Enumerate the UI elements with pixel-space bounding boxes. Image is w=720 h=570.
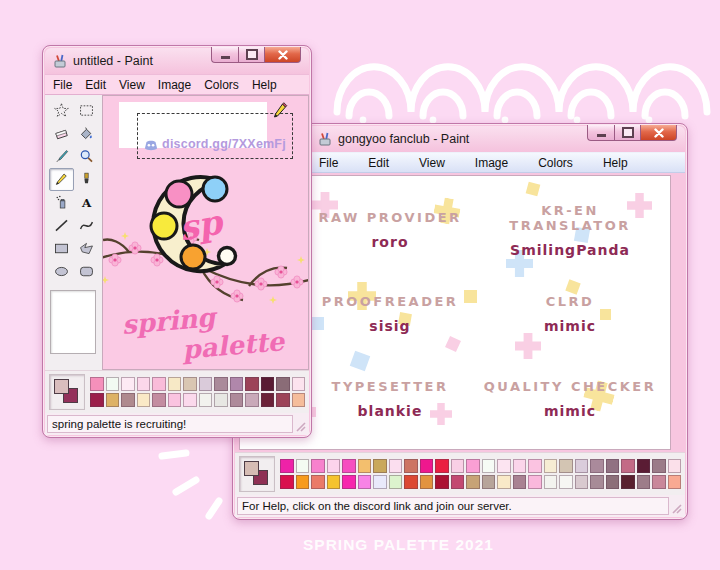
menu-item-edit[interactable]: Edit xyxy=(368,156,389,170)
color-swatch[interactable] xyxy=(106,377,120,391)
color-swatch[interactable] xyxy=(373,475,387,489)
color-swatch[interactable] xyxy=(482,475,496,489)
color-swatch[interactable] xyxy=(389,459,403,473)
color-swatch[interactable] xyxy=(280,475,294,489)
tool-rounded-rectangle[interactable] xyxy=(74,260,99,283)
tool-rectangle[interactable] xyxy=(49,237,74,260)
color-swatch[interactable] xyxy=(121,393,135,407)
color-swatch[interactable] xyxy=(637,475,651,489)
color-swatch[interactable] xyxy=(513,475,527,489)
menu-item-view[interactable]: View xyxy=(119,78,145,92)
color-swatch[interactable] xyxy=(342,475,356,489)
menu-item-image[interactable]: Image xyxy=(475,156,508,170)
maximize-button[interactable] xyxy=(614,125,641,141)
color-swatch[interactable] xyxy=(544,459,558,473)
color-swatch[interactable] xyxy=(482,459,496,473)
color-swatch[interactable] xyxy=(292,377,306,391)
color-swatch[interactable] xyxy=(528,459,542,473)
color-swatch[interactable] xyxy=(575,475,589,489)
color-swatch[interactable] xyxy=(358,475,372,489)
color-swatch[interactable] xyxy=(497,475,511,489)
menu-item-view[interactable]: View xyxy=(419,156,445,170)
color-swatch[interactable] xyxy=(435,475,449,489)
tool-ellipse[interactable] xyxy=(49,260,74,283)
color-swatch[interactable] xyxy=(152,377,166,391)
color-swatch[interactable] xyxy=(497,459,511,473)
color-swatch[interactable] xyxy=(230,377,244,391)
color-swatch[interactable] xyxy=(668,459,682,473)
foreground-color[interactable] xyxy=(244,461,259,476)
color-swatch[interactable] xyxy=(435,459,449,473)
discord-link[interactable]: discord.gg/7XXemFj xyxy=(162,137,286,151)
color-swatch[interactable] xyxy=(245,393,259,407)
color-swatch[interactable] xyxy=(327,475,341,489)
color-swatch[interactable] xyxy=(606,475,620,489)
tool-text[interactable]: A xyxy=(74,191,99,214)
resize-grip[interactable] xyxy=(295,416,307,432)
tool-eraser[interactable] xyxy=(49,122,74,145)
color-swatch[interactable] xyxy=(420,459,434,473)
color-swatch[interactable] xyxy=(214,393,228,407)
paint-canvas[interactable]: discord.gg/7XXemFj xyxy=(102,95,309,370)
menu-item-file[interactable]: File xyxy=(319,156,338,170)
tool-curve[interactable] xyxy=(74,214,99,237)
color-swatch[interactable] xyxy=(183,393,197,407)
color-swatch[interactable] xyxy=(621,475,635,489)
color-swatch[interactable] xyxy=(358,459,372,473)
color-swatch[interactable] xyxy=(559,475,573,489)
color-swatch[interactable] xyxy=(606,459,620,473)
color-swatch[interactable] xyxy=(168,377,182,391)
color-swatch[interactable] xyxy=(214,377,228,391)
color-swatch[interactable] xyxy=(621,459,635,473)
color-swatch[interactable] xyxy=(652,475,666,489)
selection-box[interactable]: discord.gg/7XXemFj xyxy=(137,113,293,159)
color-swatch[interactable] xyxy=(590,475,604,489)
color-swatch[interactable] xyxy=(668,475,682,489)
color-swatch[interactable] xyxy=(152,393,166,407)
color-swatch[interactable] xyxy=(389,475,403,489)
color-swatch[interactable] xyxy=(373,459,387,473)
tool-magnifier[interactable] xyxy=(74,145,99,168)
color-swatch[interactable] xyxy=(637,459,651,473)
color-swatch[interactable] xyxy=(106,393,120,407)
color-swatch[interactable] xyxy=(528,475,542,489)
tool-line[interactable] xyxy=(49,214,74,237)
tool-brush[interactable] xyxy=(74,168,99,191)
titlebar[interactable]: untitled - Paint xyxy=(45,48,309,74)
menu-item-help[interactable]: Help xyxy=(603,156,628,170)
color-swatch[interactable] xyxy=(327,459,341,473)
color-swatch[interactable] xyxy=(261,377,275,391)
color-swatch[interactable] xyxy=(137,377,151,391)
menu-item-edit[interactable]: Edit xyxy=(85,78,106,92)
color-swatch[interactable] xyxy=(245,377,259,391)
tool-polygon[interactable] xyxy=(74,237,99,260)
color-swatch[interactable] xyxy=(311,459,325,473)
tool-select[interactable] xyxy=(74,99,99,122)
tool-fill[interactable] xyxy=(74,122,99,145)
color-swatch[interactable] xyxy=(513,459,527,473)
foreground-color[interactable] xyxy=(54,379,69,394)
color-swatch[interactable] xyxy=(280,459,294,473)
color-swatch[interactable] xyxy=(199,377,213,391)
color-swatch[interactable] xyxy=(230,393,244,407)
tool-free-form-select[interactable] xyxy=(49,99,74,122)
menu-item-colors[interactable]: Colors xyxy=(538,156,573,170)
tool-airbrush[interactable] xyxy=(49,191,74,214)
color-swatch[interactable] xyxy=(404,475,418,489)
resize-grip[interactable] xyxy=(671,498,683,514)
color-swatch[interactable] xyxy=(311,475,325,489)
color-swatch[interactable] xyxy=(466,475,480,489)
menu-item-file[interactable]: File xyxy=(53,78,72,92)
color-swatch[interactable] xyxy=(451,475,465,489)
color-swatch[interactable] xyxy=(466,459,480,473)
menu-item-image[interactable]: Image xyxy=(158,78,191,92)
color-swatch[interactable] xyxy=(575,459,589,473)
color-swatch[interactable] xyxy=(183,377,197,391)
color-swatch[interactable] xyxy=(451,459,465,473)
color-swatch[interactable] xyxy=(121,377,135,391)
color-swatch[interactable] xyxy=(342,459,356,473)
color-swatch[interactable] xyxy=(261,393,275,407)
color-swatch[interactable] xyxy=(652,459,666,473)
color-swatch[interactable] xyxy=(296,475,310,489)
close-button[interactable] xyxy=(265,47,301,63)
